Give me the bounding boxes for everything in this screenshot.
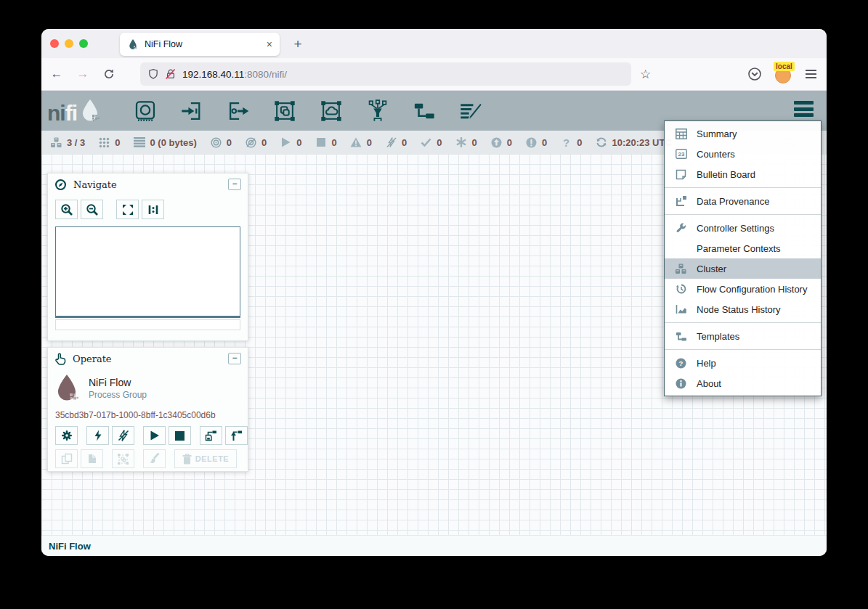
funnel-component[interactable] <box>366 99 389 123</box>
menu-item-label: Summary <box>697 128 737 139</box>
menu-item-cluster[interactable]: Cluster <box>665 258 821 279</box>
fill-color-button[interactable] <box>143 449 166 468</box>
play-icon <box>150 430 160 441</box>
menu-divider <box>665 214 821 215</box>
input-port-component[interactable] <box>180 99 203 123</box>
menu-item-bulletin-board[interactable]: Bulletin Board <box>665 164 821 184</box>
profile-avatar[interactable]: local <box>775 65 792 83</box>
shield-icon[interactable] <box>147 68 159 80</box>
forward-button[interactable]: → <box>72 63 94 85</box>
menu-item-templates[interactable]: Templates <box>665 326 821 346</box>
menu-item-help[interactable]: ? Help <box>665 353 821 373</box>
start-button[interactable] <box>143 426 166 445</box>
transmitting-count: 0 <box>227 137 232 148</box>
operate-title: Operate <box>73 353 228 364</box>
status-refresh[interactable]: 10:20:23 UTC <box>595 136 671 148</box>
new-tab-button[interactable]: + <box>288 35 307 54</box>
menu-item-label: Cluster <box>697 263 726 274</box>
url-text[interactable]: 192.168.40.11:8080/nifi/ <box>182 69 287 80</box>
menu-item-label: Controller Settings <box>697 223 774 234</box>
navigate-collapse-button[interactable]: − <box>228 179 241 190</box>
zoom-in-button[interactable] <box>55 200 78 219</box>
reload-button[interactable] <box>98 63 120 85</box>
browser-menu-button[interactable] <box>806 70 816 78</box>
menu-item-about[interactable]: About <box>665 373 821 393</box>
output-port-component[interactable] <box>227 99 250 123</box>
minimize-window-button[interactable] <box>65 39 73 48</box>
tab-nifi-flow[interactable]: NiFi Flow × <box>120 33 280 56</box>
browser-window: NiFi Flow × + ← → 192.168.40.11:8080/nif… <box>41 29 827 556</box>
menu-divider <box>665 187 821 188</box>
help-icon: ? <box>674 358 688 369</box>
status-locally-modified: 0 <box>455 137 476 148</box>
global-menu: Summary 23 Counters Bulletin Board Data … <box>664 120 822 396</box>
process-group-component[interactable] <box>273 99 296 123</box>
status-cluster: 3 / 3 <box>50 137 85 148</box>
save-template-button[interactable] <box>200 426 222 445</box>
reload-icon <box>103 68 115 80</box>
menu-item-counters[interactable]: 23 Counters <box>665 144 821 164</box>
invalid-icon <box>350 137 362 147</box>
disable-button[interactable] <box>112 426 134 445</box>
menu-item-data-provenance[interactable]: Data Provenance <box>665 191 821 211</box>
delete-button[interactable]: DELETE <box>174 449 237 468</box>
window-controls <box>50 39 88 48</box>
info-icon <box>674 378 688 389</box>
operate-collapse-button[interactable]: − <box>228 353 241 364</box>
menu-item-flow-configuration-history[interactable]: Flow Configuration History <box>665 279 821 299</box>
zoom-window-button[interactable] <box>79 39 88 48</box>
remote-process-group-component[interactable] <box>320 99 343 123</box>
stopped-count: 0 <box>332 137 337 148</box>
menu-item-label: Templates <box>697 331 739 342</box>
paste-icon <box>86 453 97 465</box>
stale-icon <box>490 137 503 148</box>
status-transmitting: 0 <box>210 137 232 148</box>
menu-item-controller-settings[interactable]: Controller Settings <box>665 218 821 238</box>
status-up-to-date: 0 <box>420 137 442 148</box>
status-sync-failure: ? 0 <box>560 136 582 149</box>
refresh-icon[interactable] <box>595 136 607 148</box>
enable-button[interactable] <box>86 426 109 445</box>
close-tab-icon[interactable]: × <box>267 39 272 49</box>
cluster-menu-icon <box>674 263 688 274</box>
paste-button[interactable] <box>81 449 103 468</box>
menu-item-node-status-history[interactable]: Node Status History <box>665 299 821 319</box>
upload-template-button[interactable] <box>225 426 248 445</box>
breadcrumb-root[interactable]: NiFi Flow <box>49 541 91 552</box>
operate-component-id: 35cbd3b7-017b-1000-8bff-1c3405c00d6b <box>48 404 248 422</box>
lightning-slash-icon <box>118 430 129 441</box>
running-count: 0 <box>296 137 301 148</box>
configuration-button[interactable] <box>55 426 78 445</box>
zoom-actual-size-button[interactable] <box>142 200 164 219</box>
menu-item-parameter-contexts[interactable]: Parameter Contexts <box>665 238 821 258</box>
stop-button[interactable] <box>169 426 191 445</box>
zoom-out-button[interactable] <box>81 200 103 219</box>
transmitting-icon <box>210 137 222 148</box>
global-menu-button[interactable] <box>794 101 814 117</box>
insecure-lock-icon[interactable] <box>165 68 177 80</box>
navigate-minimap-outline <box>55 319 240 330</box>
pocket-icon[interactable] <box>747 67 762 81</box>
stale-count: 0 <box>507 137 512 148</box>
menu-item-summary[interactable]: Summary <box>665 123 821 144</box>
template-component[interactable] <box>413 99 436 123</box>
sync-failure-count: 0 <box>577 137 582 148</box>
operate-component-type: Process Group <box>89 390 147 400</box>
component-palette <box>134 99 482 123</box>
gear-icon <box>61 430 73 441</box>
copy-button[interactable] <box>55 449 78 468</box>
back-button[interactable]: ← <box>46 63 68 85</box>
compass-icon <box>54 179 67 191</box>
zoom-fit-button[interactable] <box>116 200 139 219</box>
status-locally-modified-stale: 0 <box>525 137 547 148</box>
stop-icon <box>175 431 184 441</box>
history-icon <box>674 283 688 295</box>
processor-component[interactable] <box>134 99 157 123</box>
templates-icon <box>674 331 688 342</box>
bookmark-star-icon[interactable]: ☆ <box>640 67 651 82</box>
label-component[interactable] <box>459 99 482 123</box>
url-bar[interactable]: 192.168.40.11:8080/nifi/ <box>140 62 631 86</box>
group-button[interactable] <box>112 449 134 468</box>
navigate-minimap[interactable] <box>55 226 240 318</box>
close-window-button[interactable] <box>50 39 59 48</box>
